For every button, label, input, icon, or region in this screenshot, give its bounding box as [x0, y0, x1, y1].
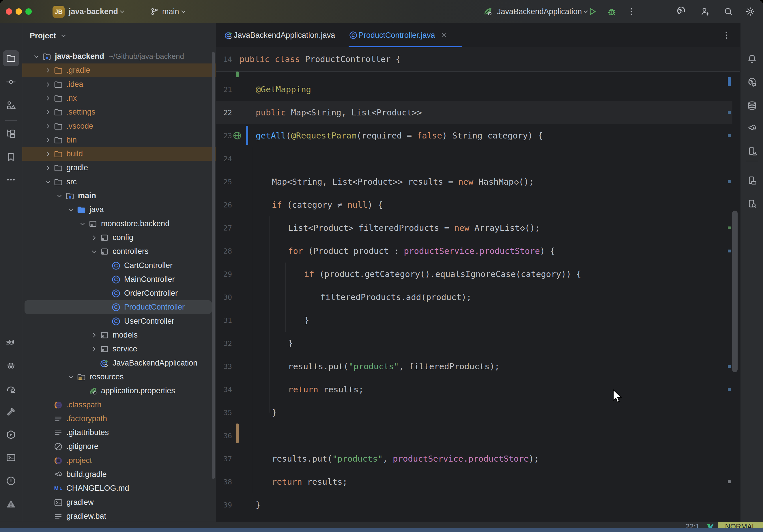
tree-item[interactable]: models — [22, 328, 216, 342]
tree-item[interactable]: java-backend~/Github/java-backend — [22, 50, 216, 63]
project-selector[interactable]: java-backend — [69, 0, 126, 23]
tree-item[interactable]: build.gradle — [22, 468, 216, 481]
tree-item[interactable]: controllers — [22, 245, 216, 258]
tree-item[interactable]: CUserController — [22, 314, 216, 328]
tree-item[interactable]: .gitignore — [22, 440, 216, 453]
tool-window-button-problems[interactable] — [3, 473, 19, 489]
error-stripe-mark[interactable] — [728, 480, 731, 483]
tree-item[interactable]: CCartController — [22, 259, 216, 272]
tree-item[interactable]: config — [22, 231, 216, 244]
tree-collapse-chevron[interactable] — [54, 191, 65, 201]
settings-gear-button[interactable] — [745, 6, 755, 17]
tool-window-button-terminal[interactable] — [3, 450, 19, 466]
tree-expand-chevron[interactable] — [43, 163, 54, 173]
add-user-button[interactable] — [700, 6, 710, 17]
tree-item[interactable]: COrderController — [22, 286, 216, 300]
tree-collapse-chevron[interactable] — [65, 372, 76, 382]
tree-item[interactable]: CJavaBackendApplication — [22, 356, 216, 370]
error-stripe-mark[interactable] — [728, 365, 731, 368]
tree-item[interactable]: main — [22, 189, 216, 202]
tree-item[interactable]: resources — [22, 370, 216, 384]
tree-item[interactable]: .gitattributes — [22, 426, 216, 439]
ai-assistant-button[interactable] — [676, 6, 686, 17]
project-tree-scrollbar[interactable] — [212, 52, 215, 479]
tool-window-button-build-boxes[interactable] — [3, 126, 19, 142]
tool-window-button-warning-triangle[interactable] — [3, 496, 19, 512]
tree-item[interactable]: .project — [22, 454, 216, 468]
tree-item[interactable]: .gradle — [22, 63, 216, 77]
error-stripe-mark[interactable] — [728, 250, 731, 253]
tree-item[interactable]: bin — [22, 133, 216, 147]
error-stripe-mark[interactable] — [728, 388, 731, 391]
tree-expand-chevron[interactable] — [43, 80, 54, 89]
tree-collapse-chevron[interactable] — [31, 52, 42, 61]
project-avatar[interactable]: JB — [53, 6, 65, 18]
tool-window-button-commit[interactable] — [3, 74, 19, 90]
branch-selector[interactable]: main — [150, 0, 187, 23]
tree-item[interactable]: .factorypath — [22, 412, 216, 426]
rest-endpoint-icon[interactable] — [232, 130, 242, 141]
tree-item[interactable]: CMainController — [22, 272, 216, 286]
tree-collapse-chevron[interactable] — [43, 177, 54, 187]
tree-item[interactable]: .classpath — [22, 398, 216, 412]
tree-expand-chevron[interactable] — [89, 330, 100, 340]
search-button[interactable] — [723, 6, 733, 17]
run-play-button[interactable] — [587, 6, 598, 17]
editor-scrollbar[interactable] — [732, 211, 738, 372]
tool-window-button-ai-assistant-chat[interactable] — [744, 74, 760, 91]
close-window-button[interactable] — [6, 8, 12, 15]
tree-item[interactable]: gradlew.bat — [22, 509, 216, 522]
tree-collapse-chevron[interactable] — [77, 219, 88, 229]
tree-expand-chevron[interactable] — [43, 122, 54, 131]
tool-window-button-notifications-bell[interactable] — [744, 51, 760, 67]
tree-item[interactable]: java — [22, 203, 216, 216]
tree-item[interactable]: src — [22, 175, 216, 189]
tree-expand-chevron[interactable] — [43, 135, 54, 145]
tool-window-button-device-explorer[interactable] — [744, 196, 760, 212]
tool-window-button-structure[interactable] — [3, 97, 19, 113]
editor-tab[interactable]: CProductController.java — [349, 23, 462, 47]
tree-item[interactable]: CProductController — [22, 300, 216, 314]
tree-item[interactable]: .vscode — [22, 119, 216, 133]
tool-window-button-incognito[interactable] — [3, 357, 19, 373]
tree-expand-chevron[interactable] — [43, 107, 54, 117]
zoom-window-button[interactable] — [25, 8, 32, 15]
tool-window-button-gradle-elephant[interactable] — [744, 120, 760, 136]
tree-item[interactable]: application.properties — [22, 384, 216, 397]
tool-window-button-database[interactable] — [744, 97, 760, 114]
debug-bug-button[interactable] — [606, 6, 617, 17]
editor-tab[interactable]: CJavaBackendApplication.java — [224, 23, 341, 47]
tree-item[interactable]: build — [22, 147, 216, 161]
kebab-menu-button[interactable] — [626, 6, 637, 17]
editor-options-kebab[interactable] — [721, 30, 731, 41]
tree-item[interactable]: service — [22, 342, 216, 356]
error-stripe-mark[interactable] — [728, 77, 731, 86]
error-stripe-mark[interactable] — [728, 180, 731, 183]
tool-window-button-build-hammer[interactable] — [3, 404, 19, 420]
tool-window-button-project-folder[interactable] — [3, 50, 19, 66]
run-configuration-selector[interactable]: JavaBackendApplication — [483, 0, 590, 23]
tool-window-button-bookmarks[interactable] — [3, 149, 19, 165]
tree-expand-chevron[interactable] — [89, 233, 100, 243]
error-stripe-mark[interactable] — [728, 111, 731, 114]
project-panel-header[interactable]: Project — [30, 28, 68, 43]
tool-window-button-profiler[interactable] — [3, 381, 19, 397]
tool-window-button-services-hexagon[interactable] — [3, 427, 19, 443]
tree-collapse-chevron[interactable] — [65, 205, 76, 215]
tree-item[interactable]: .idea — [22, 78, 216, 91]
tree-item[interactable]: monostore.backend — [22, 217, 216, 231]
close-tab-icon[interactable] — [440, 31, 448, 40]
tree-item[interactable]: MCHANGELOG.md — [22, 481, 216, 495]
tree-expand-chevron[interactable] — [43, 93, 54, 103]
tool-window-button-running-devices[interactable] — [744, 144, 760, 160]
tree-item[interactable]: gradle — [22, 161, 216, 174]
tree-item[interactable]: .nx — [22, 91, 216, 105]
tree-expand-chevron[interactable] — [43, 149, 54, 159]
tree-item[interactable]: .settings — [22, 105, 216, 119]
tool-window-button-more-ellipsis[interactable] — [3, 172, 19, 188]
tree-collapse-chevron[interactable] — [89, 247, 100, 257]
tree-expand-chevron[interactable] — [89, 344, 100, 354]
tree-expand-chevron[interactable] — [43, 65, 54, 75]
error-stripe-mark[interactable] — [728, 227, 731, 229]
tool-window-button-dashing-cat[interactable] — [3, 335, 19, 351]
